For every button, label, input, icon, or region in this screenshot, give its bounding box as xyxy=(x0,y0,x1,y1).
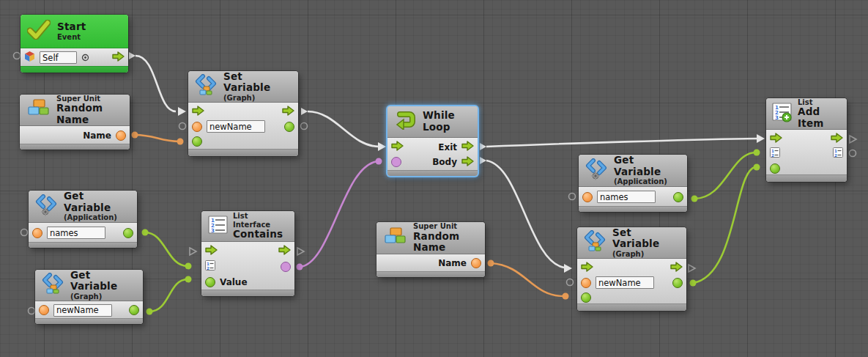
node-title: Get Variable xyxy=(70,270,136,292)
flow-cap xyxy=(480,143,486,150)
value-in-port[interactable] xyxy=(581,292,591,303)
node-random-name-2[interactable]: Super Unit Random Name Name xyxy=(376,222,485,277)
flow-out-port[interactable] xyxy=(670,261,683,275)
unconnected-port-marker xyxy=(179,123,186,130)
unconnected-port-marker xyxy=(29,308,35,314)
unconnected-port-marker xyxy=(14,53,21,59)
list-icon: 123 xyxy=(208,216,228,237)
variable-graph-icon xyxy=(195,74,217,99)
node-title: Contains xyxy=(233,229,287,240)
variable-name-field[interactable] xyxy=(53,304,112,317)
node-title: Get Variable xyxy=(614,155,680,177)
flow-in-port[interactable] xyxy=(770,132,782,146)
target-dot-icon[interactable] xyxy=(81,51,89,65)
variable-name-field[interactable] xyxy=(597,191,656,203)
list-in-port[interactable]: 12 xyxy=(205,260,215,273)
super-unit-bricks-icon xyxy=(26,97,50,122)
node-list-add-item[interactable]: 123 List Add Item 12 12 xyxy=(766,98,847,182)
node-subtitle: (Graph) xyxy=(70,292,136,301)
script-graph-canvas[interactable]: { "graph": { "selection_color": "#74b4ea… xyxy=(0,0,868,357)
flow-cap xyxy=(480,157,486,164)
node-subtitle: Event xyxy=(57,33,86,42)
wire-getnewname-to-contains-value xyxy=(149,279,188,312)
svg-text:3: 3 xyxy=(211,228,215,234)
flow-out-port[interactable] xyxy=(282,105,294,119)
flow-cap xyxy=(129,52,136,59)
flow-out-port[interactable] xyxy=(278,244,291,258)
value-out-port[interactable] xyxy=(673,192,683,202)
name-out-port[interactable] xyxy=(471,258,481,268)
value-in-port[interactable] xyxy=(205,277,215,287)
node-get-variable-application-2[interactable]: Get Variable (Application) xyxy=(579,155,687,212)
flow-out-port[interactable] xyxy=(831,132,843,146)
variable-name-field[interactable] xyxy=(207,120,265,133)
unconnected-flow-marker xyxy=(297,248,304,255)
node-title: Set Variable xyxy=(612,227,679,250)
svg-text:3: 3 xyxy=(775,114,779,120)
flow-in-port[interactable] xyxy=(205,244,218,258)
node-set-variable-graph-1[interactable]: Set Variable (Graph) xyxy=(188,71,298,156)
node-set-variable-graph-2[interactable]: Set Variable (Graph) xyxy=(577,227,686,311)
unconnected-flow-marker xyxy=(850,136,856,143)
node-start-event[interactable]: Start Event xyxy=(21,15,128,73)
flow-in-port[interactable] xyxy=(581,261,593,275)
body-port-label: Body xyxy=(432,157,457,167)
variable-name-field[interactable] xyxy=(596,276,654,289)
self-target-field[interactable] xyxy=(40,51,77,64)
variable-name-port[interactable] xyxy=(32,228,42,238)
variable-graph-icon xyxy=(584,230,606,255)
node-title: Get Variable xyxy=(64,191,130,213)
unconnected-port-marker xyxy=(301,123,308,130)
value-out-port[interactable] xyxy=(123,228,133,238)
body-flow-out-port[interactable] xyxy=(461,155,474,169)
node-while-loop[interactable]: While Loop Exit Body xyxy=(387,106,478,176)
value-in-port[interactable] xyxy=(192,136,202,147)
gameobject-cube-icon xyxy=(24,51,35,65)
node-title: Random Name xyxy=(413,231,478,254)
node-subtitle: (Graph) xyxy=(223,94,291,103)
wire-randomname1-to-setvar1-value xyxy=(135,135,179,141)
flow-arrowhead xyxy=(378,142,386,151)
variable-name-field[interactable] xyxy=(47,227,105,239)
output-port-label: Name xyxy=(83,130,111,141)
output-port-label: Name xyxy=(438,258,467,268)
wire-getnames2-to-additem-list xyxy=(694,152,755,199)
node-list-contains[interactable]: 123 List Interface Contains 12 Value xyxy=(201,211,294,296)
unconnected-port-marker xyxy=(569,194,576,200)
node-title: Random Name xyxy=(56,103,122,125)
flow-cap xyxy=(301,108,308,115)
value-out-port[interactable] xyxy=(129,305,139,315)
flow-out-port[interactable] xyxy=(112,51,125,65)
node-get-variable-application-1[interactable]: Get Variable (Application) xyxy=(29,191,137,248)
name-out-port[interactable] xyxy=(116,130,126,141)
variable-name-port[interactable] xyxy=(39,305,49,315)
node-kicker: List Interface xyxy=(233,212,287,229)
result-out-port[interactable] xyxy=(281,262,291,272)
value-out-port[interactable] xyxy=(284,122,294,132)
variable-name-port[interactable] xyxy=(192,122,202,132)
unconnected-port-marker xyxy=(567,279,574,286)
item-in-port[interactable] xyxy=(770,163,780,174)
wire-getnames1-to-contains-list xyxy=(145,232,188,266)
node-get-variable-graph[interactable]: Get Variable (Graph) xyxy=(35,270,143,324)
wire-start-to-set-variable xyxy=(136,56,176,111)
flow-in-port[interactable] xyxy=(391,140,404,154)
variable-name-port[interactable] xyxy=(582,192,593,202)
wire-set-variable-to-while xyxy=(308,111,379,147)
node-kicker: Super Unit xyxy=(413,222,478,231)
node-subtitle: (Graph) xyxy=(612,250,679,259)
unconnected-port-marker xyxy=(21,229,28,236)
super-unit-bricks-icon xyxy=(383,226,407,251)
condition-port[interactable] xyxy=(391,157,401,167)
flow-arrowhead xyxy=(757,134,765,143)
exit-flow-out-port[interactable] xyxy=(461,140,474,154)
unconnected-flow-marker xyxy=(689,265,695,272)
flow-in-port[interactable] xyxy=(192,105,204,119)
value-out-port[interactable] xyxy=(672,278,683,288)
node-title: Start xyxy=(57,21,86,33)
list-out-port[interactable]: 12 xyxy=(833,147,843,161)
node-random-name-1[interactable]: Super Unit Random Name Name xyxy=(20,95,130,150)
list-in-port[interactable]: 12 xyxy=(770,147,780,161)
variable-application-icon xyxy=(585,158,607,183)
variable-name-port[interactable] xyxy=(581,278,591,288)
